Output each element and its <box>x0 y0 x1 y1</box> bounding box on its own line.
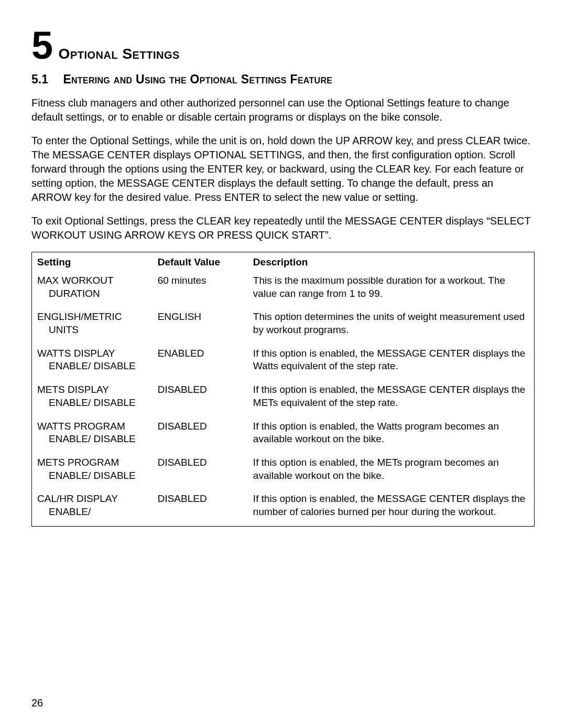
table-row: ENGLISH/METRIC UNITS ENGLISH This option… <box>32 307 535 344</box>
table-row: METS PROGRAM ENABLE/ DISABLE DISABLED If… <box>32 453 535 489</box>
table-body: MAX WORKOUT DURATION 60 minutes This is … <box>32 271 535 526</box>
cell-description: If this option is enabled, the MESSAGE C… <box>248 489 535 526</box>
setting-main: WATTS DISPLAY <box>37 348 115 359</box>
setting-main: METS PROGRAM <box>37 457 119 468</box>
cell-setting: ENGLISH/METRIC UNITS <box>32 307 153 344</box>
setting-sub: ENABLE/ DISABLE <box>37 397 147 410</box>
table-row: WATTS PROGRAM ENABLE/ DISABLE DISABLED I… <box>32 417 535 453</box>
table-row: CAL/HR DISPLAY ENABLE/ DISABLED If this … <box>32 489 535 526</box>
cell-default: ENABLED <box>153 344 248 380</box>
chapter-number: 5 <box>31 24 53 67</box>
setting-sub: ENABLE/ DISABLE <box>37 360 147 373</box>
setting-sub: ENABLE/ DISABLE <box>37 469 147 483</box>
cell-description: If this option is enabled, the MESSAGE C… <box>248 380 535 416</box>
header-setting: Setting <box>32 252 153 272</box>
chapter-title: Optional Settings <box>59 46 180 62</box>
setting-sub: ENABLE/ DISABLE <box>37 433 147 446</box>
setting-sub: DURATION <box>37 287 147 301</box>
setting-main: MAX WORKOUT <box>37 275 114 286</box>
section-number: 5.1 <box>31 72 48 86</box>
cell-default: DISABLED <box>153 453 248 489</box>
cell-setting: CAL/HR DISPLAY ENABLE/ <box>32 489 153 526</box>
page-container: 5 Optional Settings 5.1 Entering and Usi… <box>0 0 566 728</box>
intro-paragraph-2: To enter the Optional Settings, while th… <box>31 134 535 205</box>
cell-description: This is the maximum possible duration fo… <box>248 271 535 307</box>
setting-main: METS DISPLAY <box>37 384 109 395</box>
cell-setting: METS PROGRAM ENABLE/ DISABLE <box>32 453 153 489</box>
setting-main: WATTS PROGRAM <box>37 421 125 432</box>
cell-default: DISABLED <box>153 417 248 453</box>
chapter-heading: 5 Optional Settings <box>31 26 535 65</box>
header-description: Description <box>248 252 535 272</box>
cell-default: ENGLISH <box>153 307 248 344</box>
cell-description: If this option is enabled, the MESSAGE C… <box>248 344 535 380</box>
header-default: Default Value <box>153 252 248 272</box>
table-row: METS DISPLAY ENABLE/ DISABLE DISABLED If… <box>32 380 535 416</box>
cell-default: 60 minutes <box>153 271 248 307</box>
cell-setting: MAX WORKOUT DURATION <box>32 271 153 307</box>
intro-paragraph-3: To exit Optional Settings, press the CLE… <box>31 214 535 242</box>
setting-main: CAL/HR DISPLAY <box>37 493 118 504</box>
intro-paragraph-1: Fitness club managers and other authoriz… <box>31 96 535 124</box>
setting-main: ENGLISH/METRIC <box>37 311 122 322</box>
table-header-row: Setting Default Value Description <box>32 252 535 272</box>
section-heading: 5.1 Entering and Using the Optional Sett… <box>31 72 535 87</box>
cell-description: If this option is enabled, the Watts pro… <box>248 417 535 453</box>
setting-sub: UNITS <box>37 324 147 337</box>
cell-description: If this option is enabled, the METs prog… <box>248 453 535 489</box>
cell-description: This option determines the units of weig… <box>248 307 535 344</box>
cell-default: DISABLED <box>153 380 248 416</box>
setting-sub: ENABLE/ <box>37 506 147 519</box>
cell-setting: METS DISPLAY ENABLE/ DISABLE <box>32 380 153 416</box>
settings-table: Setting Default Value Description MAX WO… <box>31 252 535 527</box>
table-row: WATTS DISPLAY ENABLE/ DISABLE ENABLED If… <box>32 344 535 380</box>
cell-setting: WATTS DISPLAY ENABLE/ DISABLE <box>32 344 153 380</box>
section-title: Entering and Using the Optional Settings… <box>63 72 332 86</box>
cell-default: DISABLED <box>153 489 248 526</box>
cell-setting: WATTS PROGRAM ENABLE/ DISABLE <box>32 417 153 453</box>
page-number: 26 <box>31 697 43 709</box>
table-row: MAX WORKOUT DURATION 60 minutes This is … <box>32 271 535 307</box>
